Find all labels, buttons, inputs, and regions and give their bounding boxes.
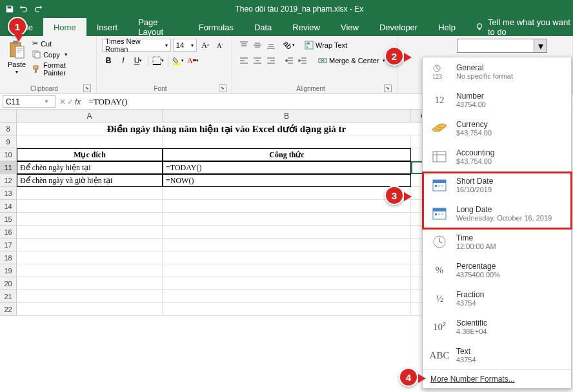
format-option-accounting[interactable]: Accounting$43,754.00 (423, 142, 571, 171)
decrease-font-icon[interactable]: Aˇ (214, 39, 226, 52)
format-option-scientific[interactable]: 102Scientific4.38E+04 (423, 313, 571, 341)
align-middle-icon[interactable] (251, 39, 264, 52)
cell[interactable] (163, 200, 411, 213)
align-top-icon[interactable] (237, 39, 250, 52)
column-header[interactable]: A (17, 110, 163, 122)
cell[interactable]: =TODAY() (163, 161, 411, 174)
cell[interactable] (163, 135, 411, 148)
cell[interactable]: Để chèn ngày hiện tại (17, 161, 163, 174)
row-header[interactable]: 8 (0, 122, 17, 135)
cell[interactable] (163, 251, 411, 264)
cell[interactable] (17, 277, 163, 290)
tab-review[interactable]: Review (282, 18, 330, 36)
font-size-combo[interactable]: 14▾ (173, 39, 197, 52)
cell[interactable] (163, 290, 411, 303)
tab-developer[interactable]: Developer (369, 18, 428, 36)
cell[interactable] (17, 135, 163, 148)
tab-view[interactable]: View (330, 18, 369, 36)
name-box[interactable]: ▼ (3, 95, 55, 108)
underline-button[interactable]: U▾ (132, 54, 145, 67)
cancel-formula-icon[interactable]: ✕ (59, 97, 66, 106)
format-option-time[interactable]: Time12:00:00 AM (423, 228, 571, 256)
chevron-down-icon[interactable]: ▾ (534, 39, 547, 52)
tab-data[interactable]: Data (244, 18, 282, 36)
align-center-icon[interactable] (251, 54, 264, 67)
row-header[interactable]: 16 (0, 226, 17, 239)
format-option-number[interactable]: 12Number43754.00 (423, 86, 571, 114)
cell[interactable] (163, 213, 411, 226)
row-header[interactable]: 17 (0, 239, 17, 251)
row-header[interactable]: 13 (0, 187, 17, 200)
tell-me[interactable]: Tell me what you want to do (475, 18, 573, 36)
row-header[interactable]: 11 (0, 161, 17, 174)
cell[interactable] (163, 277, 411, 290)
format-painter-button[interactable]: Format Painter (31, 61, 91, 77)
cell[interactable]: Mục đích (17, 148, 163, 161)
format-option-text[interactable]: ABCText43754 (423, 341, 571, 369)
alignment-launcher[interactable]: ⬊ (384, 84, 392, 92)
clipboard-launcher[interactable]: ⬊ (83, 84, 91, 92)
row-header[interactable]: 21 (0, 290, 17, 303)
cell[interactable] (163, 264, 411, 277)
merge-center-button[interactable]: Merge & Center▾ (316, 55, 388, 66)
tab-insert[interactable]: Insert (86, 18, 128, 36)
paste-button[interactable]: Paste ▼ (5, 39, 28, 77)
fx-icon[interactable]: fx (75, 97, 81, 106)
merged-title-cell[interactable]: Điền ngày tháng năm hiện tại vào Excel d… (17, 122, 437, 135)
cell[interactable] (17, 239, 163, 251)
row-header[interactable]: 19 (0, 264, 17, 277)
row-header[interactable]: 12 (0, 174, 17, 187)
format-option-currency[interactable]: Currency$43,754.00 (423, 114, 571, 142)
cell[interactable] (163, 239, 411, 251)
select-all-corner[interactable] (0, 110, 17, 122)
cell[interactable] (163, 303, 411, 316)
border-button[interactable]: ▾ (152, 54, 165, 67)
align-bottom-icon[interactable] (265, 39, 277, 52)
cell[interactable]: Công thức (163, 148, 411, 161)
row-header[interactable]: 14 (0, 200, 17, 213)
cell[interactable] (17, 264, 163, 277)
decrease-indent-icon[interactable] (283, 54, 296, 67)
cell[interactable] (17, 251, 163, 264)
tab-formulas[interactable]: Formulas (188, 18, 244, 36)
align-right-icon[interactable] (265, 54, 277, 67)
increase-indent-icon[interactable] (296, 54, 309, 67)
row-header[interactable]: 10 (0, 148, 17, 161)
font-launcher[interactable]: ⬊ (219, 84, 226, 92)
font-color-button[interactable]: A▾ (186, 54, 199, 67)
format-option-fraction[interactable]: ½Fraction43754 (423, 284, 571, 313)
align-left-icon[interactable] (237, 54, 250, 67)
tab-help[interactable]: Help (428, 18, 466, 36)
save-icon[interactable] (5, 5, 14, 14)
tab-pagelayout[interactable]: Page Layout (128, 18, 188, 36)
cell[interactable] (17, 187, 163, 200)
format-option-general[interactable]: 123GeneralNo specific format (423, 57, 571, 86)
font-name-combo[interactable]: Times New Roman▾ (102, 39, 171, 52)
column-header[interactable]: B (163, 110, 411, 122)
cell[interactable]: Để chèn ngày và giờ hiện tại (17, 174, 163, 187)
number-format-combo[interactable]: ▾ (457, 39, 547, 53)
row-header[interactable]: 15 (0, 213, 17, 226)
format-option-short-date[interactable]: Short Date16/10/2019 (423, 171, 571, 199)
more-number-formats[interactable]: More Number Formats... (423, 369, 571, 388)
cell[interactable] (17, 303, 163, 316)
cell[interactable] (17, 200, 163, 213)
row-header[interactable]: 20 (0, 277, 17, 290)
italic-button[interactable]: I (117, 54, 130, 67)
wrap-text-button[interactable]: abcWrap Text (302, 40, 350, 50)
cell[interactable] (163, 187, 411, 200)
copy-button[interactable]: Copy▼ (31, 50, 91, 59)
cell[interactable] (163, 226, 411, 239)
tab-home[interactable]: Home (43, 18, 86, 36)
format-option-percentage[interactable]: %Percentage4375400.00% (423, 256, 571, 284)
bold-button[interactable]: B (102, 54, 115, 67)
tab-file[interactable]: File (9, 18, 43, 36)
increase-font-icon[interactable]: A^ (199, 39, 212, 52)
cell[interactable] (17, 213, 163, 226)
cut-button[interactable]: ✂Cut (31, 39, 91, 48)
cell[interactable] (17, 226, 163, 239)
orientation-icon[interactable]: ab▾ (283, 39, 296, 52)
cell[interactable] (17, 290, 163, 303)
row-header[interactable]: 9 (0, 135, 17, 148)
row-header[interactable]: 22 (0, 303, 17, 316)
